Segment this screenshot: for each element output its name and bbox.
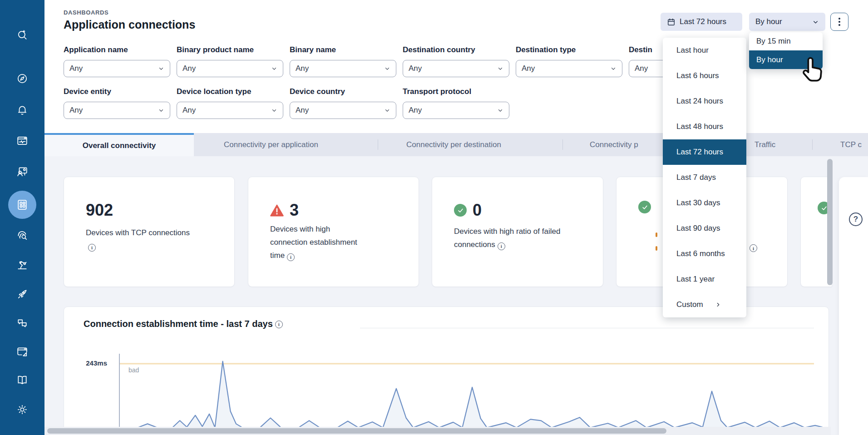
rocket-icon (16, 288, 28, 300)
filter-label-device-entity: Device entity (64, 87, 111, 96)
time-range-label: Last 72 hours (680, 17, 726, 26)
browser-ruler-icon (16, 346, 28, 358)
filter-select-device-country[interactable]: Any (290, 102, 396, 119)
sidebar-item-feedback[interactable] (11, 312, 33, 334)
filter-select-binary-name[interactable]: Any (290, 60, 396, 77)
select-value: Any (69, 64, 83, 73)
stat-label: Devices with TCP connectionsi (86, 226, 199, 252)
chevron-down-icon (384, 65, 390, 72)
filter-select-destination-country[interactable]: Any (403, 60, 509, 77)
tab-connectivity-per-destination[interactable]: Connectivity per destination (406, 133, 501, 156)
menu-item-last-72-hours[interactable]: Last 72 hours (663, 139, 746, 165)
time-range-button[interactable]: Last 72 hours (661, 13, 742, 31)
tab-connectivity-per-process[interactable]: Connectivity p (590, 133, 638, 156)
chart-card: Connection establishment time - last 7 d… (64, 306, 829, 435)
info-icon[interactable]: i (88, 244, 96, 252)
filter-select-application-name[interactable]: Any (64, 60, 170, 77)
stat-value: 0 (473, 201, 482, 220)
chevron-down-icon (158, 65, 164, 72)
sidebar-item-dashboards[interactable] (8, 191, 36, 219)
menu-item-last-1-year[interactable]: Last 1 year (663, 267, 746, 292)
select-value: Any (69, 106, 83, 115)
info-icon[interactable]: i (287, 253, 295, 261)
sidebar-item-getting-started[interactable] (11, 283, 33, 305)
hidden-text-fragment (656, 232, 657, 237)
select-value: Any (409, 64, 422, 73)
tab-connectivity-per-application[interactable]: Connectivity per application (224, 133, 318, 156)
sidebar-item-ai-search[interactable] (11, 23, 33, 45)
chevron-down-icon (271, 65, 277, 72)
info-icon[interactable]: i (750, 244, 757, 252)
tab-traffic[interactable]: Traffic (755, 133, 775, 156)
granularity-value: By hour (755, 17, 782, 26)
menu-item-last-30-days[interactable]: Last 30 days (663, 190, 746, 216)
horizontal-scrollbar-thumb[interactable] (47, 428, 666, 434)
filter-label-destination-truncated: Destin (629, 45, 652, 54)
sidebar-item-monitoring[interactable] (11, 130, 33, 152)
tab-divider (378, 139, 378, 150)
dashboards-grid-icon (16, 198, 29, 211)
sparkle-search-icon (16, 28, 28, 40)
breadcrumb: DASHBOARDS (64, 9, 108, 16)
info-icon[interactable]: i (498, 242, 505, 250)
menu-item-last-6-hours[interactable]: Last 6 hours (663, 63, 746, 89)
menu-item-last-hour[interactable]: Last hour (663, 38, 746, 63)
filter-select-device-entity[interactable]: Any (64, 102, 170, 119)
filter-select-device-location-type[interactable]: Any (177, 102, 283, 119)
select-value: Any (182, 64, 196, 73)
chat-bubbles-icon (16, 317, 28, 329)
horizontal-scrollbar-track[interactable] (44, 427, 831, 435)
sidebar-item-training[interactable] (11, 161, 33, 183)
filter-label-device-location-type: Device location type (177, 87, 251, 96)
tab-divider (812, 139, 813, 150)
menu-item-last-6-months[interactable]: Last 6 months (663, 241, 746, 267)
menu-item-by-15-min[interactable]: By 15 min (749, 32, 823, 50)
hidden-text-fragment (656, 246, 657, 251)
help-button[interactable]: ? (849, 213, 863, 226)
sidebar-item-builder[interactable] (11, 341, 33, 363)
chevron-down-icon (812, 19, 819, 25)
more-actions-button[interactable] (830, 13, 848, 31)
chevron-down-icon (158, 107, 164, 114)
sidebar-item-settings[interactable] (11, 399, 33, 420)
filter-select-transport-protocol[interactable]: Any (403, 102, 509, 119)
warning-icon (270, 204, 284, 217)
vertical-scrollbar[interactable] (827, 159, 833, 285)
select-value: Any (296, 106, 309, 115)
time-range-menu: Last hour Last 6 hours Last 24 hours Las… (663, 38, 746, 317)
sidebar-item-automation[interactable] (11, 254, 33, 276)
filter-label-binary-name: Binary name (290, 45, 336, 54)
stat-value: 902 (86, 201, 113, 220)
sidebar-item-explore[interactable] (11, 68, 33, 89)
filter-select-destination-type[interactable]: Any (516, 60, 622, 77)
menu-item-last-48-hours[interactable]: Last 48 hours (663, 114, 746, 139)
chevron-down-icon (497, 65, 503, 72)
sidebar-item-investigation[interactable] (11, 224, 33, 246)
stat-card-high-establishment-time: 3 Devices with high connection establish… (248, 177, 419, 287)
chevron-down-icon (271, 107, 277, 114)
select-value: Any (409, 106, 422, 115)
stat-label: Devices with high connection establishme… (270, 222, 368, 262)
sidebar-item-documentation[interactable] (11, 369, 33, 391)
stat-card-failed-connections: 0 Devices with high ratio of failed conn… (432, 177, 603, 287)
filter-label-device-country: Device country (290, 87, 345, 96)
filter-select-binary-product-name[interactable]: Any (177, 60, 283, 77)
presenter-icon (16, 166, 28, 178)
filter-label-transport-protocol: Transport protocol (403, 87, 471, 96)
granularity-select[interactable]: By hour (749, 13, 825, 31)
tab-tcp-connections[interactable]: TCP c (840, 133, 862, 156)
stat-label: Devices with high ratio of failed connec… (454, 225, 590, 251)
sidebar-item-notifications[interactable] (11, 99, 33, 121)
page-title: Application connections (64, 18, 195, 31)
menu-item-last-24-hours[interactable]: Last 24 hours (663, 89, 746, 114)
kebab-dot (838, 18, 840, 20)
menu-item-by-hour[interactable]: By hour (749, 50, 823, 69)
menu-item-last-7-days[interactable]: Last 7 days (663, 165, 746, 190)
chevron-down-icon (384, 107, 390, 114)
filter-label-binary-product-name: Binary product name (177, 45, 254, 54)
stat-card-tcp-connections: 902 Devices with TCP connectionsi (64, 177, 235, 287)
menu-item-last-90-days[interactable]: Last 90 days (663, 216, 746, 241)
tab-overall-connectivity[interactable]: Overall connectivity (44, 133, 194, 156)
sidebar (0, 0, 44, 435)
menu-item-custom[interactable]: Custom (663, 292, 746, 317)
